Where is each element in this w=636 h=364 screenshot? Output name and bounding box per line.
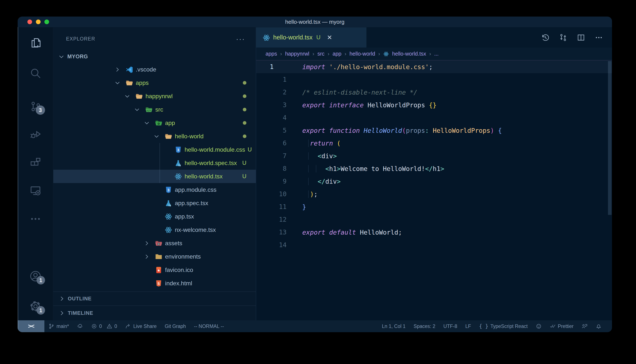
- activity-item-remote-explorer-icon[interactable]: [29, 184, 42, 197]
- status-warnings[interactable]: 0: [106, 320, 121, 332]
- line-number: 9: [283, 175, 287, 188]
- status-prettier[interactable]: Prettier: [546, 320, 578, 332]
- status-encoding[interactable]: UTF-8: [439, 320, 461, 332]
- tab-bar: hello-world.tsx U ✕: [256, 27, 612, 48]
- tree-item-app-tsx[interactable]: app.tsx: [53, 210, 256, 223]
- chevron-right-icon[interactable]: [114, 66, 123, 73]
- git-modified-dot: [243, 121, 246, 125]
- breadcrumb-item-apps[interactable]: apps: [266, 51, 277, 57]
- sidebar-more-actions-icon[interactable]: ···: [236, 37, 245, 41]
- git-modified-dot: [243, 108, 246, 111]
- status-feedback[interactable]: [578, 320, 592, 332]
- activity-item-extensions-icon[interactable]: [29, 156, 42, 169]
- code-line: 14: [256, 239, 612, 251]
- tree-item-hello-world-module-css[interactable]: 3hello-world.module.cssU: [53, 143, 256, 156]
- tree-item-label: app.tsx: [175, 213, 194, 220]
- status-label: Ln 1, Col 1: [382, 324, 405, 329]
- tree-item-label: happynrwl: [145, 93, 173, 100]
- status-remote-indicator[interactable]: ><: [18, 320, 44, 332]
- line-number: 12: [279, 213, 287, 226]
- status-label: main*: [57, 324, 69, 329]
- chevron-right-icon[interactable]: [144, 240, 152, 246]
- chevron-down-icon[interactable]: [134, 106, 142, 113]
- tree-item-hello-world-spec-tsx[interactable]: TShello-world.spec.tsxU: [53, 156, 256, 170]
- tree-item-hello-world-tsx[interactable]: hello-world.tsxU: [53, 170, 256, 183]
- activity-item-search-icon[interactable]: [29, 68, 42, 80]
- status-git-graph[interactable]: Git Graph: [161, 320, 190, 332]
- tree-item-app-module-css[interactable]: 3app.module.css: [53, 183, 256, 196]
- tree-item-label: assets: [165, 240, 182, 247]
- breadcrumb-item-src[interactable]: src: [317, 51, 324, 57]
- activity-item-settings-icon[interactable]: 1: [29, 300, 42, 312]
- status-cursor-position[interactable]: Ln 1, Col 1: [378, 320, 409, 332]
- activity-item-source-control-icon[interactable]: 3: [29, 100, 42, 113]
- chevron-spacer: [154, 214, 162, 220]
- title-bar: hello-world.tsx — myorg: [18, 16, 612, 27]
- tree-item-index-html[interactable]: 5index.html: [53, 276, 256, 290]
- tree-item-apps[interactable]: apps: [53, 76, 256, 90]
- tree-item-assets[interactable]: assets: [53, 236, 256, 250]
- breadcrumb-item-hello-world-tsx[interactable]: hello-world.tsx: [392, 51, 426, 57]
- status-errors[interactable]: 0: [87, 320, 106, 332]
- folder-assets-icon: [155, 240, 162, 247]
- status-git-branch[interactable]: main*: [44, 320, 73, 332]
- breadcrumb-separator: ›: [312, 51, 314, 57]
- split-editor-icon[interactable]: [577, 33, 585, 42]
- breadcrumb-item-app[interactable]: app: [333, 51, 342, 57]
- activity-item-explorer-icon[interactable]: [29, 37, 42, 49]
- chevron-spacer: [154, 200, 162, 206]
- tree-item--vscode[interactable]: .vscode: [53, 63, 256, 76]
- status-notifications[interactable]: [592, 320, 606, 332]
- status-eol[interactable]: LF: [461, 320, 475, 332]
- vscode-window: hello-world.tsx — myorg 311 EXPLORER ···…: [18, 16, 612, 332]
- code-text: export function HelloWorld(props: HelloW…: [290, 127, 502, 134]
- breadcrumb-item--[interactable]: ...: [434, 51, 439, 57]
- folder-src-icon: </>: [145, 106, 153, 114]
- status-indentation[interactable]: Spaces: 2: [409, 320, 439, 332]
- tab-close-icon[interactable]: ✕: [327, 34, 332, 41]
- tree-item-label: src: [155, 106, 163, 113]
- tree-item-favicon-ico[interactable]: ★favicon.ico: [53, 263, 256, 276]
- breadcrumb-item-happynrwl[interactable]: happynrwl: [285, 51, 309, 57]
- chevron-down-icon[interactable]: [144, 120, 152, 126]
- activity-item-more-icon[interactable]: [29, 213, 42, 225]
- screenshot: hello-world.tsx — myorg 311 EXPLORER ···…: [0, 0, 636, 364]
- more-actions-icon[interactable]: [595, 33, 603, 42]
- code-editor[interactable]: 1import './hello-world.module.css';12/* …: [256, 60, 612, 320]
- history-icon[interactable]: [541, 33, 550, 42]
- status-label: Git Graph: [165, 324, 186, 329]
- git-compare-icon[interactable]: [559, 33, 567, 42]
- tree-item-src[interactable]: </>src: [53, 103, 256, 116]
- gutter: 2: [256, 86, 290, 99]
- chevron-down-icon[interactable]: [124, 93, 133, 100]
- tree-item-environments[interactable]: environments: [53, 250, 256, 263]
- editor-scrollbar[interactable]: [608, 61, 611, 215]
- svg-text:★: ★: [157, 268, 160, 272]
- status-language-mode[interactable]: { }TypeScript React: [475, 320, 532, 332]
- status-live-share[interactable]: Live Share: [121, 320, 161, 332]
- status-github[interactable]: [532, 320, 546, 332]
- tree-item-app-spec-tsx[interactable]: TSapp.spec.tsx: [53, 196, 256, 210]
- timeline-panel-header[interactable]: TIMELINE: [53, 306, 256, 320]
- feedback-icon: [582, 323, 587, 329]
- tree-item-label: nx-welcome.tsx: [175, 226, 216, 233]
- status-vim-mode[interactable]: -- NORMAL --: [190, 320, 228, 332]
- chevron-down-icon[interactable]: [154, 133, 162, 140]
- activity-item-accounts-icon[interactable]: 1: [29, 270, 42, 282]
- tree-item-label: environments: [165, 253, 201, 260]
- tree-item-hello-world[interactable]: hello-world: [53, 130, 256, 143]
- row-decoration: U: [242, 160, 247, 166]
- git-modified-dot: [243, 94, 246, 98]
- tree-item-happynrwl[interactable]: happynrwl: [53, 90, 256, 103]
- chevron-right-icon[interactable]: [144, 254, 152, 260]
- breadcrumb-item-hello-world[interactable]: hello-world: [349, 51, 375, 57]
- tree-item-nx-welcome-tsx[interactable]: nx-welcome.tsx: [53, 223, 256, 236]
- tab-hello-world-tsx[interactable]: hello-world.tsx U ✕: [256, 27, 366, 48]
- row-decoration: [243, 108, 246, 111]
- activity-item-run-debug-icon[interactable]: [29, 128, 42, 140]
- status-sync-publish[interactable]: [73, 320, 87, 332]
- workspace-root-row[interactable]: MYORG: [53, 50, 256, 63]
- chevron-down-icon[interactable]: [114, 80, 123, 86]
- tree-item-app[interactable]: app: [53, 116, 256, 130]
- outline-panel-header[interactable]: OUTLINE: [53, 292, 256, 306]
